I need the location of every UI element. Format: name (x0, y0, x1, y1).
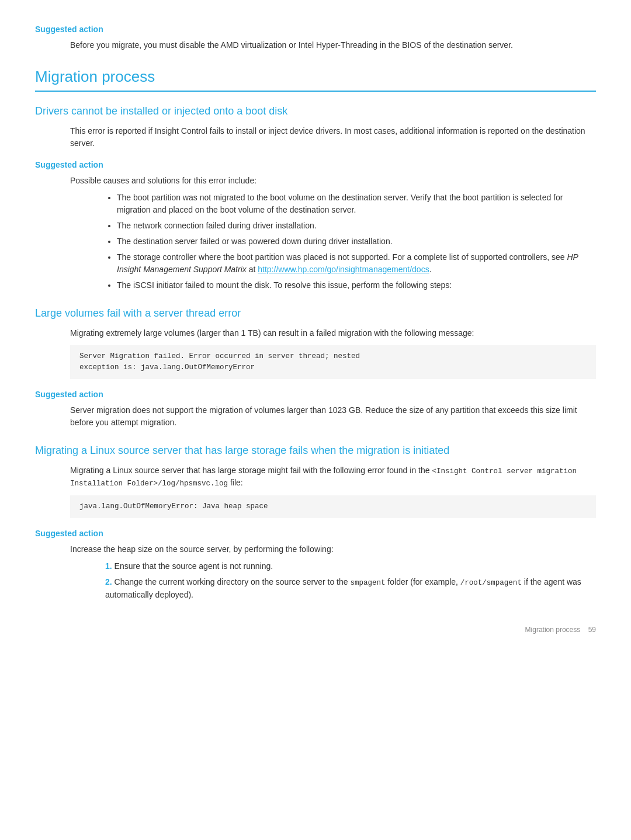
list-item: The destination server failed or was pow… (117, 235, 596, 248)
suggested-action-label-4: Suggested action (35, 527, 596, 540)
suggested-action-label-2: Suggested action (35, 159, 596, 171)
oom-error-code: java.lang.OutOfMemoryError: Java heap sp… (70, 495, 596, 518)
suggested-action-4-content: Increase the heap size on the source ser… (70, 543, 596, 601)
suggested-action-label-3: Suggested action (35, 388, 596, 401)
suggested-action-label-1: Suggested action (35, 23, 596, 36)
linux-source-desc: Migrating a Linux source server that has… (70, 464, 596, 490)
suggested-action-1-content: Before you migrate, you must disable the… (70, 39, 596, 51)
list-item: The iSCSI initiator failed to mount the … (117, 279, 596, 291)
suggested-action-section-4: Suggested action Increase the heap size … (35, 527, 596, 601)
drivers-cannot-heading: Drivers cannot be installed or injected … (35, 103, 596, 119)
list-item: 2. Change the current working directory … (105, 576, 596, 601)
server-migration-error-code: Server Migration failed. Error occurred … (70, 345, 596, 379)
linux-source-heading: Migrating a Linux source server that has… (35, 443, 596, 459)
large-volumes-desc: Migrating extremely large volumes (large… (70, 327, 596, 339)
hp-link[interactable]: http://www.hp.com/go/insightmanagement/d… (258, 265, 429, 274)
causes-bullet-list: The boot partition was not migrated to t… (117, 192, 596, 291)
page-number: 59 (588, 624, 596, 635)
footer-label: Migration process (525, 624, 581, 635)
root-smpagent-inline-code: /root/smpagent (460, 579, 522, 587)
list-item: The network connection failed during dri… (117, 220, 596, 232)
smpagent-inline-code: smpagent (350, 579, 385, 587)
drivers-description: This error is reported if Insight Contro… (70, 125, 596, 150)
list-item: The boot partition was not migrated to t… (117, 192, 596, 216)
log-path-inline-code: <Insight Control server migration Instal… (70, 467, 577, 488)
large-volumes-heading: Large volumes fail with a server thread … (35, 306, 596, 321)
heap-size-steps-list: 1. Ensure that the source agent is not r… (105, 560, 596, 601)
list-item: The storage controller where the boot pa… (117, 251, 596, 276)
migration-process-heading: Migration process (35, 65, 596, 92)
linux-source-paragraph: Migrating a Linux source server that has… (70, 464, 596, 490)
suggested-action-section-2: Suggested action Possible causes and sol… (35, 159, 596, 291)
page-footer: Migration process 59 (35, 624, 596, 635)
suggested-action-section-3: Suggested action Server migration does n… (35, 388, 596, 429)
list-item: 1. Ensure that the source agent is not r… (105, 560, 596, 572)
suggested-action-2-content: Possible causes and solutions for this e… (70, 175, 596, 291)
suggested-action-3-content: Server migration does not support the mi… (70, 404, 596, 429)
suggested-action-section-1: Suggested action Before you migrate, you… (35, 23, 596, 51)
